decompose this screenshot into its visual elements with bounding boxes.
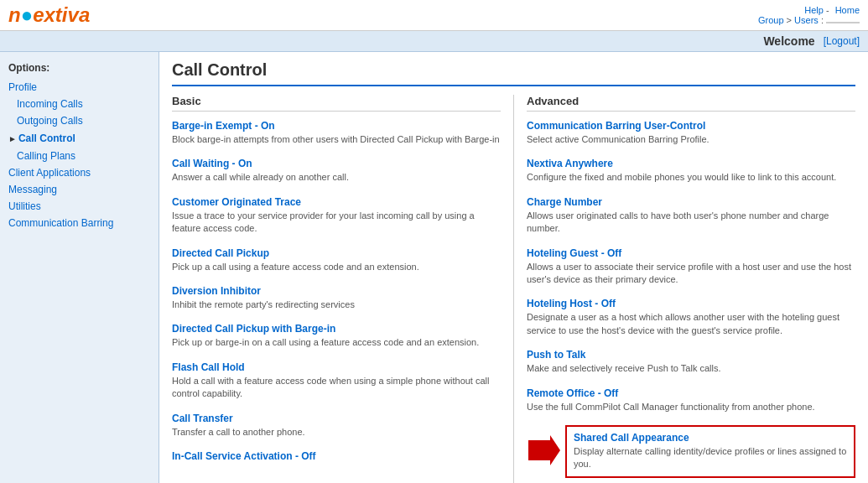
- feature-flash-call-hold: Flash Call Hold Hold a call with a featu…: [172, 361, 501, 401]
- diversion-inhibitor-desc: Inhibit the remote party's redirecting s…: [172, 299, 501, 311]
- call-waiting-link[interactable]: Call Waiting - On: [172, 158, 252, 169]
- page-title: Call Control: [172, 60, 855, 86]
- logo-dot-circle: ●: [21, 3, 34, 26]
- flash-call-hold-desc: Hold a call with a feature access code w…: [172, 375, 501, 401]
- feature-barge-in-exempt: Barge-in Exempt - On Block barge-in atte…: [172, 120, 501, 146]
- feature-call-waiting: Call Waiting - On Answer a call while al…: [172, 158, 501, 184]
- sidebar: Options: Profile Incoming Calls Outgoing…: [0, 52, 159, 483]
- call-transfer-link[interactable]: Call Transfer: [172, 413, 233, 424]
- sidebar-item-messaging[interactable]: Messaging: [0, 181, 159, 198]
- directed-call-pickup-desc: Pick up a call using a feature access co…: [172, 261, 501, 273]
- red-arrow-container: [527, 425, 560, 470]
- communication-barring-user-control-link[interactable]: Communication Barring User-Control: [527, 120, 705, 132]
- push-to-talk-link[interactable]: Push to Talk: [527, 349, 585, 361]
- logo-extiva: extiva: [33, 3, 90, 26]
- active-arrow-icon: ►: [8, 134, 17, 143]
- sidebar-link-communication-barring[interactable]: Communication Barring: [0, 216, 159, 230]
- sidebar-item-client-applications[interactable]: Client Applications: [0, 164, 159, 181]
- header: n●extiva Help - Home Group > Users :: [0, 0, 868, 31]
- users-link[interactable]: Users: [794, 15, 819, 25]
- sidebar-link-incoming-calls[interactable]: Incoming Calls: [0, 97, 159, 111]
- link-separator: -: [826, 5, 829, 15]
- col-basic-header: Basic: [172, 95, 501, 112]
- breadcrumb: Group > Users :: [758, 15, 860, 25]
- logo-text: n●extiva: [8, 3, 90, 27]
- barge-in-exempt-link[interactable]: Barge-in Exempt - On: [172, 120, 275, 132]
- feature-shared-call-appearance: Shared Call Appearance Display alternate…: [565, 425, 855, 478]
- sidebar-item-call-control[interactable]: ► Call Control: [0, 129, 159, 148]
- shared-call-appearance-link[interactable]: Shared Call Appearance: [574, 432, 689, 444]
- hoteling-host-link[interactable]: Hoteling Host - Off: [527, 298, 616, 309]
- sidebar-item-outgoing-calls[interactable]: Outgoing Calls: [0, 112, 159, 129]
- nextiva-anywhere-link[interactable]: Nextiva Anywhere: [527, 158, 613, 169]
- feature-charge-number: Charge Number Allows user originated cal…: [527, 196, 855, 236]
- sidebar-nav: Profile Incoming Calls Outgoing Calls ► …: [0, 79, 159, 231]
- shared-call-appearance-desc: Display alternate calling identity/devic…: [574, 445, 847, 471]
- sidebar-link-profile[interactable]: Profile: [0, 80, 159, 94]
- logo: n●extiva: [8, 3, 90, 27]
- logo-n: n: [8, 3, 21, 26]
- charge-number-link[interactable]: Charge Number: [527, 196, 602, 208]
- sidebar-item-communication-barring[interactable]: Communication Barring: [0, 215, 159, 231]
- svg-marker-0: [528, 435, 560, 465]
- sidebar-item-calling-plans[interactable]: Calling Plans: [0, 148, 159, 164]
- in-call-service-activation-link[interactable]: In-Call Service Activation - Off: [172, 450, 316, 462]
- barge-in-exempt-desc: Block barge-in attempts from other users…: [172, 133, 501, 146]
- main-layout: Options: Profile Incoming Calls Outgoing…: [0, 52, 868, 483]
- welcome-text: Welcome: [763, 34, 814, 48]
- sidebar-options-label: Options:: [0, 59, 159, 79]
- feature-directed-call-pickup: Directed Call Pickup Pick up a call usin…: [172, 247, 501, 273]
- sidebar-link-messaging[interactable]: Messaging: [0, 183, 159, 196]
- feature-call-transfer: Call Transfer Transfer a call to another…: [172, 413, 501, 439]
- call-transfer-desc: Transfer a call to another phone.: [172, 426, 501, 439]
- feature-remote-office: Remote Office - Off Use the full CommPil…: [527, 387, 855, 413]
- breadcrumb-separator1: >: [787, 15, 792, 25]
- directed-call-pickup-barge-in-link[interactable]: Directed Call Pickup with Barge-in: [172, 323, 335, 335]
- sidebar-link-call-control[interactable]: Call Control: [18, 132, 75, 144]
- feature-in-call-service-activation: In-Call Service Activation - Off: [172, 450, 501, 462]
- feature-customer-originated-trace: Customer Originated Trace Issue a trace …: [172, 196, 501, 236]
- help-link[interactable]: Help: [804, 5, 824, 15]
- push-to-talk-desc: Make and selectively receive Push to Tal…: [527, 362, 855, 375]
- customer-originated-trace-link[interactable]: Customer Originated Trace: [172, 196, 301, 208]
- header-right: Help - Home Group > Users :: [758, 5, 860, 25]
- col-advanced: Advanced Communication Barring User-Cont…: [522, 95, 855, 483]
- welcome-bar: Welcome [Logout]: [0, 31, 868, 52]
- sidebar-link-calling-plans[interactable]: Calling Plans: [0, 149, 159, 163]
- feature-communication-barring-user-control: Communication Barring User-Control Selec…: [527, 120, 855, 146]
- top-links: Help - Home: [801, 5, 860, 15]
- hoteling-guest-desc: Allows a user to associate their service…: [527, 261, 855, 287]
- diversion-inhibitor-link[interactable]: Diversion Inhibitor: [172, 285, 261, 297]
- sidebar-item-incoming-calls[interactable]: Incoming Calls: [0, 96, 159, 112]
- sidebar-item-profile[interactable]: Profile: [0, 79, 159, 96]
- columns: Basic Barge-in Exempt - On Block barge-i…: [172, 95, 855, 483]
- col-advanced-header: Advanced: [527, 95, 855, 112]
- communication-barring-user-control-desc: Select active Communication Barring Prof…: [527, 133, 855, 146]
- content: Call Control Basic Barge-in Exempt - On …: [159, 52, 868, 483]
- charge-number-desc: Allows user originated calls to have bot…: [527, 210, 855, 236]
- breadcrumb-separator2: :: [821, 15, 826, 25]
- group-link[interactable]: Group: [758, 15, 784, 25]
- remote-office-link[interactable]: Remote Office - Off: [527, 387, 618, 399]
- directed-call-pickup-barge-in-desc: Pick up or barge-in on a call using a fe…: [172, 336, 501, 349]
- feature-nextiva-anywhere: Nextiva Anywhere Configure the fixed and…: [527, 158, 855, 184]
- sidebar-item-utilities[interactable]: Utilities: [0, 198, 159, 215]
- sidebar-link-client-applications[interactable]: Client Applications: [0, 166, 159, 179]
- call-waiting-desc: Answer a call while already on another c…: [172, 171, 501, 184]
- hoteling-guest-link[interactable]: Hoteling Guest - Off: [527, 247, 621, 259]
- sidebar-link-outgoing-calls[interactable]: Outgoing Calls: [0, 114, 159, 127]
- logout-link[interactable]: [Logout]: [824, 35, 860, 47]
- col-basic: Basic Barge-in Exempt - On Block barge-i…: [172, 95, 514, 483]
- feature-diversion-inhibitor: Diversion Inhibitor Inhibit the remote p…: [172, 285, 501, 311]
- flash-call-hold-link[interactable]: Flash Call Hold: [172, 361, 245, 373]
- hoteling-host-desc: Designate a user as a host which allows …: [527, 311, 855, 337]
- feature-hoteling-host: Hoteling Host - Off Designate a user as …: [527, 298, 855, 337]
- directed-call-pickup-link[interactable]: Directed Call Pickup: [172, 247, 269, 259]
- feature-directed-call-pickup-barge-in: Directed Call Pickup with Barge-in Pick …: [172, 323, 501, 349]
- home-link[interactable]: Home: [835, 5, 860, 15]
- user-value: [826, 22, 860, 23]
- customer-originated-trace-desc: Issue a trace to your service provider f…: [172, 210, 501, 236]
- nextiva-anywhere-desc: Configure the fixed and mobile phones yo…: [527, 171, 855, 184]
- sidebar-link-utilities[interactable]: Utilities: [0, 200, 159, 213]
- red-arrow-icon: [527, 434, 560, 467]
